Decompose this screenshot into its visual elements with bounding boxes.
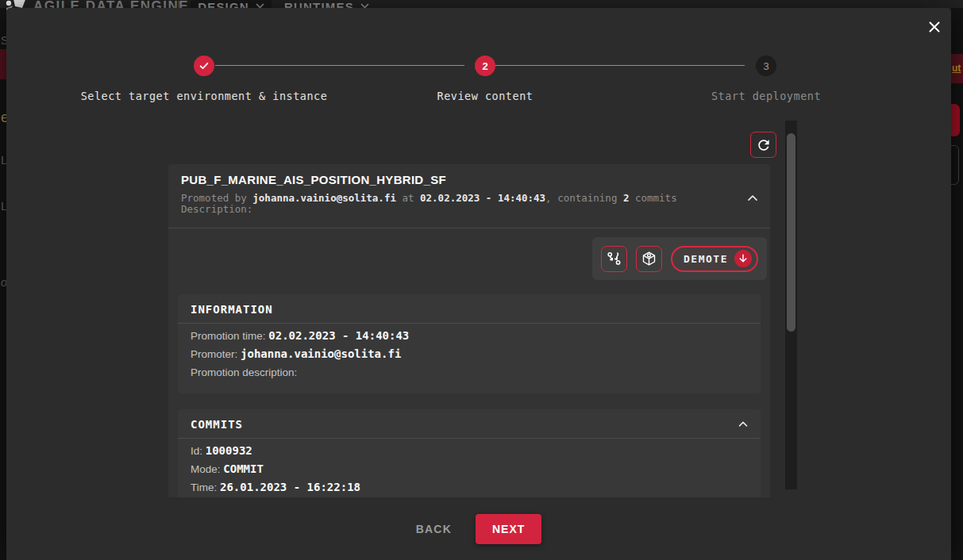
package-promotion-summary: Promoted by johanna.vainio@solita.fi at … [181,193,757,204]
background-page-right-edge: ut [951,8,963,560]
package-title: PUB_F_MARINE_AIS_POSITION_HYBRID_SF [181,173,757,187]
scrollbar-thumb[interactable] [787,133,795,332]
background-text-fragment: L [1,199,6,213]
background-outlined-box-fragment [951,145,959,185]
step2-indicator[interactable]: 2 [475,56,495,76]
next-button[interactable]: NEXT [476,514,541,544]
demote-button[interactable]: DEMOTE [671,246,758,272]
collapse-package-chevron-up-icon[interactable] [743,190,762,209]
package-actions-toolbar: DEMOTE [592,237,767,280]
info-row-promotion-time: Promotion time: 02.02.2023 - 14:40:43 [191,328,748,344]
package-cube-button[interactable] [636,246,662,272]
refresh-icon [756,137,772,153]
commits-heading: COMMITS [178,409,761,438]
app-screen: AGILE DATA ENGINE | DESIGN RUNTIMES S e … [0,0,963,560]
commit-row-id: Id: 1000932 [191,443,748,459]
background-text-fragment: e [1,109,6,126]
information-section: INFORMATION Promotion time: 02.02.2023 -… [178,294,761,393]
background-link-fragment: ut [952,63,961,74]
deployment-dialog: 2 3 Select target environment & instance… [6,8,951,560]
deployed-code-icon [641,251,657,267]
background-button-fragment [951,104,960,136]
background-text-fragment: L [1,153,6,167]
step3-label: Start deployment [607,90,925,102]
stepper-connector [215,65,464,66]
collapse-commits-chevron-up-icon[interactable] [735,417,751,433]
info-row-promoter: Promoter: johanna.vainio@solita.fi [191,346,748,362]
commits-section: COMMITS Id: 1000932 Mode: COMMIT Time: 2… [178,409,761,497]
background-text-fragment: o [1,276,6,289]
info-row-promotion-description: Promotion description: [191,364,748,381]
package-description-label: Description: [181,204,757,215]
commit-row-mode: Mode: COMMIT [191,461,748,478]
step1-complete-check-icon[interactable] [194,56,214,76]
conversion-path-icon [606,251,622,267]
dialog-scrollbar[interactable] [785,121,797,489]
demote-label: DEMOTE [684,253,728,265]
conversion-path-button[interactable] [601,246,627,272]
deployment-stepper: 2 3 Select target environment & instance… [6,8,951,119]
background-banner-fragment [0,49,6,79]
arrow-circle-down-icon [734,250,752,267]
background-page-left-edge: S e L L o [0,8,6,560]
background-text-fragment: S [1,34,6,47]
package-card: PUB_F_MARINE_AIS_POSITION_HYBRID_SF Prom… [168,164,770,497]
refresh-button[interactable] [750,132,776,158]
dialog-footer: BACK NEXT [6,489,951,560]
card-divider [168,228,770,228]
step2-label: Review content [326,90,644,102]
step3-indicator[interactable]: 3 [756,56,776,76]
back-button[interactable]: BACK [416,523,452,535]
information-heading: INFORMATION [178,294,761,323]
stepper-connector [493,65,745,66]
background-banner-fragment: ut [951,54,963,83]
review-scroll-area: PUB_F_MARINE_AIS_POSITION_HYBRID_SF Prom… [6,123,951,497]
